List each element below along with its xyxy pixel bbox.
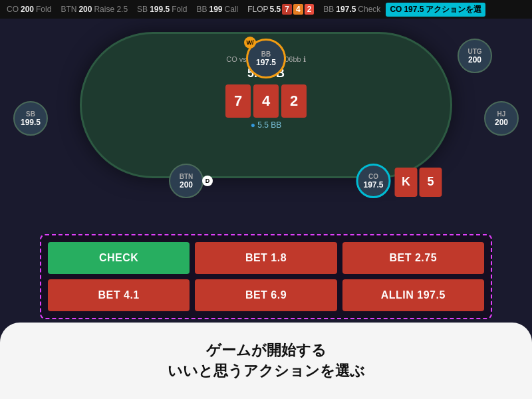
topbar-item-btn: BTN 200 Raise 2.5 xyxy=(57,3,132,15)
topbar-current-pos: CO xyxy=(390,5,402,14)
seat-sb-circle: SB 199.5 xyxy=(13,101,48,136)
seat-co-stack: 197.5 xyxy=(363,180,383,190)
allin-button[interactable]: ALLIN 197.5 xyxy=(342,279,484,311)
seat-utg-stack: 200 xyxy=(468,55,481,65)
topbar-action: Fold xyxy=(36,5,51,14)
action-row-1: CHECK BET 1.8 BET 2.75 xyxy=(48,242,484,274)
seat-co-label: CO xyxy=(368,173,378,180)
community-card-2: 2 xyxy=(281,84,307,118)
community-card-4: 4 xyxy=(253,84,279,118)
check-button[interactable]: CHECK xyxy=(48,242,190,274)
seat-utg-circle: UTG 200 xyxy=(458,39,492,73)
topbar-item-bb: BB 199 Call xyxy=(193,3,243,15)
seat-btn-circle: D BTN 200 xyxy=(169,164,203,198)
flop-card-2: 2 xyxy=(305,4,315,15)
topbar-pos: CO xyxy=(7,5,19,14)
bottom-line2: いいと思うアクションを選ぶ xyxy=(168,361,365,382)
topbar-item-co: CO 200 Fold xyxy=(3,3,55,15)
topbar-current-action: CO 197.5 アクションを選 xyxy=(386,3,485,17)
seat-bb-label: BB xyxy=(261,51,271,58)
topbar-item-bb2: BB 197.5 Check xyxy=(319,3,384,15)
seat-btn-label: BTN xyxy=(180,173,194,180)
community-cards: 7 4 2 xyxy=(225,84,307,118)
top-bar: CO 200 Fold BTN 200 Raise 2.5 SB 199.5 F… xyxy=(0,0,532,19)
topbar-flop-label: FLOP xyxy=(247,5,268,14)
seat-hj-label: HJ xyxy=(497,110,506,118)
hole-card-k: K xyxy=(395,168,418,197)
action-row-2: BET 4.1 BET 6.9 ALLIN 197.5 xyxy=(48,279,484,311)
topbar-item-sb: SB 199.5 Fold xyxy=(133,3,191,15)
topbar-current-label: アクションを選 xyxy=(426,4,481,15)
pot-chips: 5.5 BB xyxy=(225,120,307,130)
bet-69-button[interactable]: BET 6.9 xyxy=(195,279,336,311)
topbar-pos5: BB xyxy=(323,5,334,14)
hole-card-5: 5 xyxy=(420,168,442,197)
winner-badge: W/ xyxy=(244,37,256,49)
topbar-pos2: BTN xyxy=(61,5,76,14)
seat-bb: W/ BB 197.5 xyxy=(246,39,286,78)
flop-card-7: 7 xyxy=(282,4,292,15)
seat-hj-circle: HJ 200 xyxy=(484,101,519,136)
bet-41-button[interactable]: BET 4.1 xyxy=(48,279,190,311)
bottom-line1: ゲームが開始する xyxy=(168,340,365,361)
topbar-action2: Raise 2.5 xyxy=(94,5,128,14)
topbar-action4: Call xyxy=(225,5,239,14)
bottom-panel: ゲームが開始する いいと思うアクションを選ぶ xyxy=(0,323,532,399)
topbar-pos4: BB xyxy=(197,5,207,14)
seat-sb: SB 199.5 xyxy=(13,101,48,136)
bet-275-button[interactable]: BET 2.75 xyxy=(342,242,484,274)
seat-sb-stack: 199.5 xyxy=(21,118,41,127)
community-card-7: 7 xyxy=(225,84,251,118)
seat-co-circle: CO 197.5 xyxy=(356,164,391,198)
seat-bb-circle: W/ BB 197.5 xyxy=(246,39,286,78)
topbar-flop: FLOP 5.5 7 4 2 xyxy=(243,3,318,16)
topbar-action5: Check xyxy=(358,5,380,14)
table-area: CO vs BB, SRP, 206bb ℹ 5.5 BB 7 4 2 5.5 … xyxy=(0,19,532,218)
seat-btn: D BTN 200 xyxy=(169,164,203,198)
seat-hj: HJ 200 xyxy=(484,101,519,136)
hole-cards: K 5 xyxy=(395,168,442,197)
bottom-text: ゲームが開始する いいと思うアクションを選ぶ xyxy=(168,340,365,382)
seat-btn-stack: 200 xyxy=(180,180,193,190)
seat-utg-label: UTG xyxy=(467,48,481,55)
bet-18-button[interactable]: BET 1.8 xyxy=(195,242,336,274)
seat-hj-stack: 200 xyxy=(495,118,508,127)
topbar-pos3: SB xyxy=(137,5,148,14)
seat-sb-label: SB xyxy=(26,110,35,118)
topbar-current-stack: 197.5 xyxy=(404,5,424,14)
dealer-button: D xyxy=(202,176,213,186)
flop-card-4: 4 xyxy=(293,4,303,15)
action-panel: CHECK BET 1.8 BET 2.75 BET 4.1 BET 6.9 A… xyxy=(40,234,492,319)
seat-co: CO 197.5 K 5 xyxy=(356,164,442,198)
seat-utg: UTG 200 xyxy=(458,39,492,73)
topbar-action3: Fold xyxy=(172,5,187,14)
seat-bb-stack: 197.5 xyxy=(256,58,276,67)
